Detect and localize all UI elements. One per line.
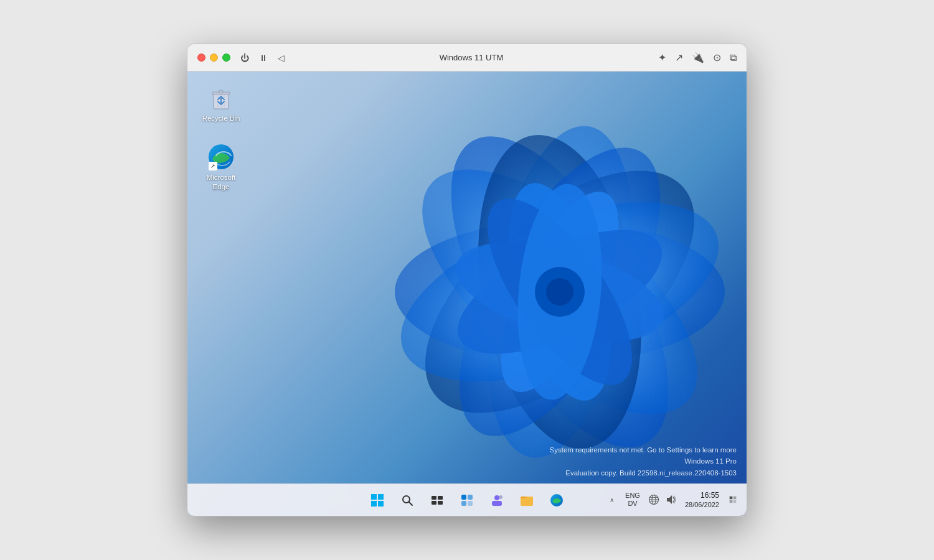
svg-point-2 xyxy=(384,126,735,457)
pause-icon[interactable]: ⏸ xyxy=(259,53,268,63)
minimize-button[interactable] xyxy=(210,54,218,62)
svg-rect-25 xyxy=(378,494,384,500)
back-icon[interactable]: ◁ xyxy=(278,53,285,63)
svg-rect-52 xyxy=(734,500,737,503)
recycle-bin-label: Recycle Bin xyxy=(202,114,240,123)
taskbar-center xyxy=(364,487,570,514)
watermark-line2: Windows 11 Pro xyxy=(550,455,737,467)
svg-rect-30 xyxy=(432,496,436,500)
svg-rect-49 xyxy=(730,497,733,500)
clock-time: 16:55 xyxy=(700,491,719,501)
taskbar-right: ∧ ENG DV xyxy=(605,490,739,511)
svg-point-12 xyxy=(461,177,659,407)
watermark-line1: System requirements not met. Go to Setti… xyxy=(550,444,737,455)
clock[interactable]: 16:55 28/06/2022 xyxy=(682,490,722,511)
brightness-icon[interactable]: ✦ xyxy=(658,52,666,63)
svg-point-11 xyxy=(445,223,674,360)
window-title: Windows 11 UTM xyxy=(290,53,653,62)
svg-rect-24 xyxy=(371,494,377,500)
microsoft-edge-label: Microsoft Edge xyxy=(200,173,242,192)
desktop-icons: Recycle Bin xyxy=(197,82,245,194)
svg-point-39 xyxy=(499,495,502,499)
settings-icon[interactable]: ⊙ xyxy=(713,52,721,63)
recycle-bin-icon[interactable]: Recycle Bin xyxy=(197,82,245,126)
svg-rect-35 xyxy=(468,495,473,500)
shortcut-arrow: ↗ xyxy=(209,162,217,170)
language-indicator[interactable]: ENG DV xyxy=(623,490,643,509)
maximize-button[interactable] xyxy=(222,54,230,62)
svg-line-29 xyxy=(409,502,413,505)
svg-rect-41 xyxy=(521,497,533,506)
svg-point-10 xyxy=(440,205,679,380)
windows-watermark: System requirements not met. Go to Setti… xyxy=(550,444,737,478)
svg-rect-31 xyxy=(438,496,443,500)
svg-rect-51 xyxy=(730,500,733,503)
svg-point-15 xyxy=(546,278,573,306)
widgets-button[interactable] xyxy=(453,487,481,514)
svg-rect-37 xyxy=(468,501,473,506)
svg-rect-36 xyxy=(461,501,466,506)
watermark-line3: Evaluation copy. Build 22598.ni_release.… xyxy=(550,467,737,478)
microsoft-edge-icon[interactable]: ↗ Microsoft Edge xyxy=(197,141,245,194)
svg-marker-48 xyxy=(667,495,672,504)
traffic-lights xyxy=(197,54,230,62)
svg-rect-33 xyxy=(438,501,443,505)
screenshot-icon[interactable]: ⧉ xyxy=(730,52,737,63)
close-button[interactable] xyxy=(197,54,205,62)
svg-rect-27 xyxy=(378,501,384,506)
utm-window: ⏻ ⏸ ◁ Windows 11 UTM ✦ ↗ 🔌 ⊙ ⧉ xyxy=(187,44,747,516)
svg-rect-40 xyxy=(492,501,502,506)
title-bar-right: ✦ ↗ 🔌 ⊙ ⧉ xyxy=(658,52,737,63)
svg-point-9 xyxy=(477,176,643,408)
svg-point-4 xyxy=(383,127,737,457)
wallpaper-bloom xyxy=(342,99,747,485)
svg-point-3 xyxy=(395,220,725,363)
teams-button[interactable] xyxy=(483,487,511,514)
svg-point-0 xyxy=(408,104,712,480)
svg-point-14 xyxy=(535,267,585,317)
svg-rect-50 xyxy=(734,497,737,500)
svg-point-6 xyxy=(420,118,700,466)
svg-point-5 xyxy=(456,122,664,462)
file-explorer-button[interactable] xyxy=(513,487,540,514)
svg-rect-26 xyxy=(371,501,377,506)
svg-point-38 xyxy=(494,495,499,500)
windows-desktop[interactable]: Recycle Bin xyxy=(187,72,747,516)
svg-point-8 xyxy=(489,172,631,411)
edge-taskbar-button[interactable] xyxy=(543,487,570,514)
title-bar-controls: ⏻ ⏸ ◁ xyxy=(240,53,285,63)
svg-point-1 xyxy=(463,114,656,469)
cursor-icon[interactable]: ↗ xyxy=(675,52,683,63)
svg-rect-22 xyxy=(219,90,223,93)
lang-secondary: DV xyxy=(628,500,637,508)
clock-date: 28/06/2022 xyxy=(685,500,719,509)
svg-point-13 xyxy=(509,180,610,403)
notification-icon[interactable] xyxy=(727,493,739,506)
search-button[interactable] xyxy=(394,487,421,514)
usb-icon[interactable]: 🔌 xyxy=(692,52,704,63)
svg-rect-32 xyxy=(432,501,436,505)
edge-image: ↗ xyxy=(207,143,235,170)
power-icon[interactable]: ⏻ xyxy=(240,53,249,63)
title-bar: ⏻ ⏸ ◁ Windows 11 UTM ✦ ↗ 🔌 ⊙ ⧉ xyxy=(187,44,747,72)
tray-chevron[interactable]: ∧ xyxy=(605,493,618,506)
svg-point-7 xyxy=(378,166,742,418)
volume-icon[interactable] xyxy=(665,493,677,506)
taskbar: ∧ ENG DV xyxy=(187,483,747,516)
globe-icon[interactable] xyxy=(648,493,660,506)
task-view-button[interactable] xyxy=(423,487,451,514)
start-button[interactable] xyxy=(364,487,391,514)
lang-primary: ENG xyxy=(625,492,640,500)
svg-rect-34 xyxy=(461,495,466,500)
recycle-bin-image xyxy=(207,84,235,111)
